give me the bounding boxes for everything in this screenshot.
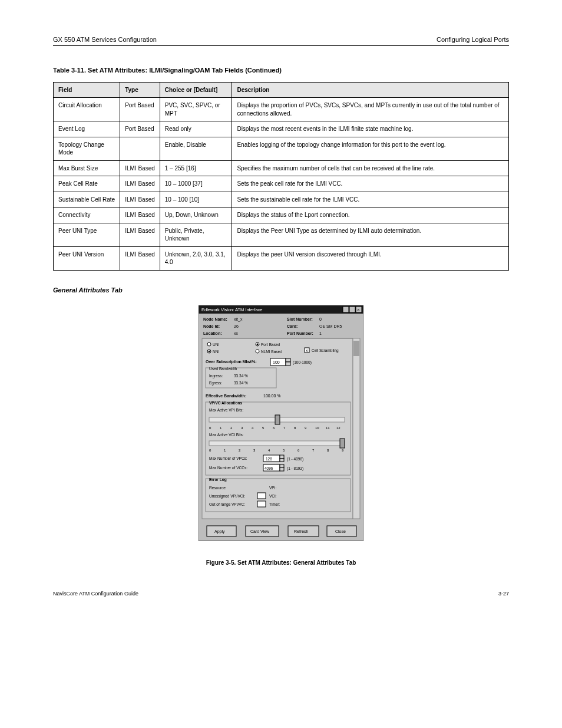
apply-button-label: Apply bbox=[214, 529, 225, 534]
cell-type: ILMI Based bbox=[120, 223, 160, 246]
cell-field: Max Burst Size bbox=[54, 160, 120, 176]
slider-thumb-vpi[interactable] bbox=[275, 415, 280, 424]
radio-uni-label: UNI bbox=[213, 342, 219, 347]
radio-nni-label: NNI bbox=[213, 350, 219, 354]
cell-desc: Sets the peak cell rate for the ILMI VCC… bbox=[232, 176, 509, 192]
spinner-up-icon[interactable] bbox=[286, 358, 290, 362]
col-desc: Description bbox=[232, 82, 509, 98]
table-row: Sustainable Cell Rate ILMI Based 10 – 10… bbox=[54, 192, 509, 207]
error-log-group: Error Log bbox=[209, 477, 227, 482]
cell-choice: 10 – 100 [10] bbox=[160, 192, 232, 207]
spinner-up-icon[interactable] bbox=[280, 455, 284, 459]
lbl-node-name: Node Name: bbox=[203, 317, 227, 321]
table-caption: Table 3-11. Set ATM Attributes: ILMI/Sig… bbox=[53, 66, 509, 75]
unassigned-input[interactable] bbox=[257, 493, 266, 499]
cell-field: Peak Cell Rate bbox=[54, 176, 120, 192]
cell-choice: Public, Private, Unknown bbox=[160, 223, 232, 246]
used-bw-group: Used Bandwidth bbox=[209, 367, 237, 371]
cell-choice: Unknown, 2.0, 3.0, 3.1, 4.0 bbox=[160, 246, 232, 270]
timer-label: Timer: bbox=[269, 502, 280, 506]
close-button-label: Close bbox=[335, 529, 346, 533]
table-row: Max Burst Size ILMI Based 1 – 255 [16] S… bbox=[54, 160, 509, 176]
scrollbar[interactable] bbox=[353, 338, 360, 519]
effective-bw-label: Effective Bandwidth: bbox=[206, 394, 246, 398]
cell-desc: Specifies the maximum number of cells th… bbox=[232, 160, 509, 176]
gen-attr-heading: General Attributes Tab bbox=[53, 286, 509, 295]
val-node-name: xit_x bbox=[234, 317, 243, 322]
cell-desc: Sets the sustainable cell rate for the I… bbox=[232, 192, 509, 207]
ingress-val: 33.34 % bbox=[234, 374, 248, 378]
svg-point-6 bbox=[257, 343, 259, 345]
oversub-label: Over Subscription Mlwt%: bbox=[206, 360, 257, 364]
effective-bw-val: 100.00 % bbox=[263, 394, 281, 398]
slider-vci[interactable] bbox=[209, 441, 345, 446]
spinner-down-icon[interactable] bbox=[280, 467, 284, 471]
cell-desc: Displays the status of the Lport connect… bbox=[232, 207, 509, 223]
cell-choice: Up, Down, Unknown bbox=[160, 207, 232, 223]
cell-choice: Enable, Disable bbox=[160, 137, 232, 160]
lbl-location: Location: bbox=[203, 331, 222, 335]
col-field: Field bbox=[54, 82, 120, 98]
col-type: Type bbox=[120, 82, 160, 98]
val-card: OE SM DR5 bbox=[319, 324, 342, 328]
max-vpcs-val: 128 bbox=[266, 457, 272, 461]
egress-val: 33.34 % bbox=[234, 381, 248, 385]
window-title: Edlework Vision: ATM Interface bbox=[201, 307, 263, 312]
lbl-port: Port Number: bbox=[287, 331, 313, 335]
svg-point-5 bbox=[209, 350, 210, 352]
spinner-up-icon[interactable] bbox=[280, 465, 284, 468]
table-row: Circuit Allocation Port Based PVC, SVC, … bbox=[54, 98, 509, 121]
cell-field: Connectivity bbox=[54, 207, 120, 223]
max-vccs-val: 4096 bbox=[265, 466, 273, 470]
cell-desc: Displays the peer UNI version discovered… bbox=[232, 246, 509, 270]
slider-thumb-vci[interactable] bbox=[340, 439, 345, 448]
radio-ilmi-based[interactable] bbox=[256, 350, 259, 353]
val-port: 1 bbox=[319, 331, 322, 335]
page-head-right: Configuring Logical Ports bbox=[437, 35, 509, 44]
table-row: Peer UNI Type ILMI Based Public, Private… bbox=[54, 223, 509, 246]
min-icon[interactable] bbox=[343, 307, 349, 312]
table-header-row: Field Type Choice or [Default] Descripti… bbox=[54, 82, 509, 98]
cell-desc: Displays the proportion of PVCs, SVCs, S… bbox=[232, 98, 509, 121]
footer-right: 3-27 bbox=[498, 590, 509, 597]
cell-choice: 1 – 255 [16] bbox=[160, 160, 232, 176]
max-vci-bits-label: Max Active VCI Bits: bbox=[209, 433, 244, 437]
page-head-left: GX 550 ATM Services Configuration bbox=[53, 35, 157, 44]
spinner-down-icon[interactable] bbox=[286, 362, 290, 365]
table-row: Peer UNI Version ILMI Based Unknown, 2.0… bbox=[54, 246, 509, 270]
scroll-thumb[interactable] bbox=[353, 341, 359, 356]
oor-input[interactable] bbox=[257, 501, 266, 507]
cell-field: Peer UNI Type bbox=[54, 223, 120, 246]
radio-uni[interactable] bbox=[207, 342, 211, 346]
svg-text:x: x bbox=[306, 348, 308, 353]
page-head: GX 550 ATM Services Configuration Config… bbox=[53, 35, 509, 46]
max-vpcs-range: (1 - 4098) bbox=[287, 457, 303, 462]
oor-label: Out of range VPI/VC: bbox=[209, 502, 245, 507]
cell-choice: PVC, SVC, SPVC, or MPT bbox=[160, 98, 232, 121]
cell-field: Topology Change Mode bbox=[54, 137, 120, 160]
table-row: Event Log Port Based Read only Displays … bbox=[54, 121, 509, 137]
svg-text:12: 12 bbox=[336, 426, 340, 430]
cell-type: ILMI Based bbox=[120, 207, 160, 223]
table-row: Peak Cell Rate ILMI Based 10 – 1000 [37]… bbox=[54, 176, 509, 192]
cell-type: ILMI Based bbox=[120, 192, 160, 207]
col-choice: Choice or [Default] bbox=[160, 82, 232, 98]
resource-label: Resource: bbox=[209, 486, 227, 490]
radio-port-based-label: Port Based bbox=[261, 342, 280, 347]
vci-label: VCI: bbox=[269, 494, 277, 498]
max-icon[interactable] bbox=[349, 307, 355, 312]
vpi-label: VPI: bbox=[269, 486, 276, 490]
lbl-card: Card: bbox=[287, 324, 297, 328]
cell-desc: Enables logging of the topology change i… bbox=[232, 137, 509, 160]
max-vpi-bits-label: Max Active VPI Bits: bbox=[209, 408, 243, 412]
window-controls: × bbox=[343, 307, 362, 312]
cell-type: ILMI Based bbox=[120, 246, 160, 270]
cell-type bbox=[120, 137, 160, 160]
max-vccs-range: (1 - 8192) bbox=[287, 466, 303, 471]
atm-interface-dialog: Edlework Vision: ATM Interface × Node Na… bbox=[199, 305, 363, 541]
cell-type: ILMI Based bbox=[120, 160, 160, 176]
spinner-down-icon[interactable] bbox=[280, 458, 284, 462]
figure-caption: Figure 3-5. Set ATM Attributes: General … bbox=[53, 559, 509, 567]
table-row: Topology Change Mode Enable, Disable Ena… bbox=[54, 137, 509, 160]
cell-field: Peer UNI Version bbox=[54, 246, 120, 270]
